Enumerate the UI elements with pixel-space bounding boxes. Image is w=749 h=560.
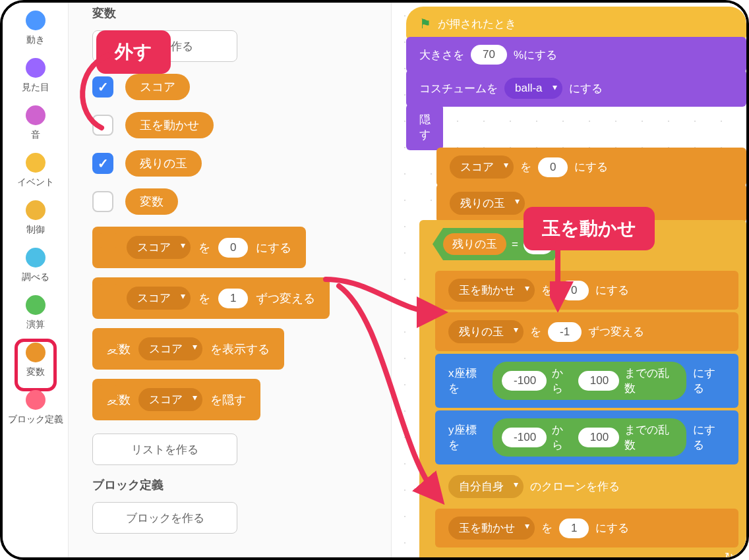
text: までの乱数 bbox=[624, 366, 677, 396]
var-pill[interactable]: スコア bbox=[125, 74, 190, 100]
text: x座標を bbox=[448, 366, 486, 396]
text: 変数 bbox=[107, 392, 131, 408]
text: ずつ変える bbox=[588, 324, 644, 339]
var-dropdown[interactable]: スコア bbox=[450, 155, 514, 179]
block-hide[interactable]: 隠す bbox=[406, 104, 443, 150]
reporter[interactable]: 残りの玉 bbox=[443, 233, 506, 255]
text: にする bbox=[574, 159, 608, 175]
cat-operators[interactable]: 演算 bbox=[3, 290, 69, 337]
text: を bbox=[198, 240, 210, 256]
var-checkbox[interactable] bbox=[92, 153, 113, 174]
block-set-x[interactable]: x座標を -100 から 100 までの乱数 にする bbox=[435, 354, 738, 408]
cat-variables[interactable]: 変数 bbox=[3, 337, 69, 385]
num-input[interactable]: 0 bbox=[538, 157, 568, 177]
num-input[interactable]: 0 bbox=[218, 238, 248, 258]
var-pill[interactable]: 残りの玉 bbox=[125, 150, 202, 177]
text: から bbox=[552, 366, 573, 396]
script-stack: ⚑ が押されたとき 大きさを 70 %にする コスチュームを ball-a にす… bbox=[406, 9, 746, 560]
var-dropdown[interactable]: 残りの玉 bbox=[450, 192, 525, 215]
num-input[interactable]: 100 bbox=[578, 371, 620, 391]
cat-sound[interactable]: 音 bbox=[3, 100, 69, 148]
text: コスチュームを bbox=[419, 81, 498, 96]
operators-icon bbox=[26, 295, 45, 315]
block-set-move1[interactable]: 玉を動かせ を 1 にする bbox=[435, 509, 738, 547]
var-pill[interactable]: 変数 bbox=[125, 188, 178, 215]
cat-label: 動き bbox=[26, 34, 45, 46]
cat-label: 音 bbox=[31, 129, 40, 141]
script-canvas[interactable]: ⚑ が押されたとき 大きさを 70 %にする コスチュームを ball-a にす… bbox=[392, 3, 746, 557]
make-block-button[interactable]: ブロックを作る bbox=[92, 502, 237, 534]
block-create-clone[interactable]: 自分自身 のクローンを作る bbox=[435, 467, 738, 506]
var-checkbox[interactable] bbox=[92, 115, 113, 136]
var-dropdown[interactable]: 玉を動かせ bbox=[448, 517, 535, 540]
loop-arrow-icon: ↻ bbox=[725, 550, 733, 561]
block-set-score[interactable]: スコア を 0 にする bbox=[436, 148, 746, 186]
category-rail: 動き 見た目 音 イベント 制御 調べる 演算 変数 bbox=[3, 3, 69, 557]
text: にする bbox=[693, 366, 725, 396]
var-row-generic: 変数 bbox=[92, 188, 375, 215]
cat-events[interactable]: イベント bbox=[3, 148, 69, 195]
num-input[interactable]: -1 bbox=[548, 322, 582, 342]
var-pill[interactable]: 玉を動かせ bbox=[125, 112, 214, 138]
var-dropdown[interactable]: スコア bbox=[127, 236, 191, 259]
var-checkbox[interactable] bbox=[92, 76, 113, 98]
var-dropdown[interactable]: スコア bbox=[127, 287, 191, 310]
var-dropdown[interactable]: 玉を動かせ bbox=[448, 279, 535, 302]
var-row-score: スコア bbox=[92, 74, 375, 100]
num-input[interactable]: 100 bbox=[578, 428, 620, 447]
text: のクローンを作る bbox=[530, 479, 620, 494]
repeat-until-block[interactable]: 残りの玉 = 0 まで繰り返す 玉を動かせ を 0 にする 残りの玉 bbox=[419, 220, 746, 560]
block-show-var[interactable]: 変数 スコア を表示する bbox=[92, 328, 375, 370]
control-icon bbox=[26, 200, 45, 220]
var-dropdown[interactable]: 残りの玉 bbox=[448, 320, 524, 343]
block-change-remain[interactable]: 残りの玉 を -1 ずつ変える bbox=[435, 312, 738, 351]
block-hide-var[interactable]: 変数 スコア を隠す bbox=[92, 379, 375, 420]
cat-label: イベント bbox=[17, 177, 54, 188]
block-change-var[interactable]: スコア を 1 ずつ変える bbox=[92, 277, 375, 319]
cat-label: 見た目 bbox=[22, 82, 49, 94]
text: にする bbox=[693, 422, 725, 453]
block-set-move[interactable]: 玉を動かせ を 0 にする bbox=[435, 271, 738, 310]
text: にする bbox=[256, 240, 291, 256]
make-list-button[interactable]: リストを作る bbox=[92, 434, 237, 465]
motion-icon bbox=[26, 11, 45, 30]
callout-unset: 外す bbox=[96, 30, 171, 74]
var-checkbox[interactable] bbox=[92, 191, 113, 212]
looks-icon bbox=[26, 58, 45, 78]
cat-myblocks[interactable]: ブロック定義 bbox=[3, 385, 69, 432]
var-row-remain: 残りの玉 bbox=[92, 150, 375, 177]
text: = bbox=[512, 238, 518, 251]
cat-label: 演算 bbox=[26, 319, 45, 331]
cat-looks[interactable]: 見た目 bbox=[3, 53, 69, 100]
num-input[interactable]: -100 bbox=[502, 428, 547, 447]
num-input[interactable]: -100 bbox=[502, 371, 547, 391]
block-set-var[interactable]: スコア を 0 にする bbox=[92, 227, 375, 268]
costume-dropdown[interactable]: ball-a bbox=[504, 78, 562, 99]
block-palette: 変数 変数を作る スコア 玉を動かせ 残りの玉 変数 スコア を 0 にする bbox=[69, 3, 392, 557]
text: を bbox=[530, 324, 541, 339]
clone-dropdown[interactable]: 自分自身 bbox=[448, 475, 524, 498]
text: 隠す bbox=[419, 112, 431, 142]
text: y座標を bbox=[448, 422, 486, 453]
num-input[interactable]: 1 bbox=[218, 289, 248, 308]
block-switch-costume[interactable]: コスチュームを ball-a にする bbox=[406, 70, 746, 107]
cat-label: 制御 bbox=[26, 224, 45, 236]
block-set-size[interactable]: 大きさを 70 %にする bbox=[406, 37, 746, 72]
text: 大きさを bbox=[419, 47, 464, 63]
num-input[interactable]: 0 bbox=[559, 281, 589, 300]
cat-control[interactable]: 制御 bbox=[3, 195, 69, 242]
random-operator[interactable]: -100 から 100 までの乱数 bbox=[493, 362, 686, 400]
cat-motion[interactable]: 動き bbox=[3, 5, 69, 53]
hat-when-flag[interactable]: ⚑ が押されたとき bbox=[406, 7, 746, 40]
text: にする bbox=[569, 81, 603, 96]
cat-sensing[interactable]: 調べる bbox=[3, 242, 69, 290]
var-dropdown[interactable]: スコア bbox=[138, 337, 202, 360]
cat-label: ブロック定義 bbox=[8, 414, 63, 426]
text: を bbox=[520, 159, 531, 175]
num-input[interactable]: 70 bbox=[471, 45, 507, 65]
block-set-y[interactable]: y座標を -100 から 100 までの乱数 にする bbox=[435, 410, 738, 464]
cat-label: 調べる bbox=[22, 271, 49, 283]
var-dropdown[interactable]: スコア bbox=[138, 388, 202, 411]
random-operator[interactable]: -100 から 100 までの乱数 bbox=[493, 418, 686, 457]
num-input[interactable]: 1 bbox=[559, 518, 589, 538]
